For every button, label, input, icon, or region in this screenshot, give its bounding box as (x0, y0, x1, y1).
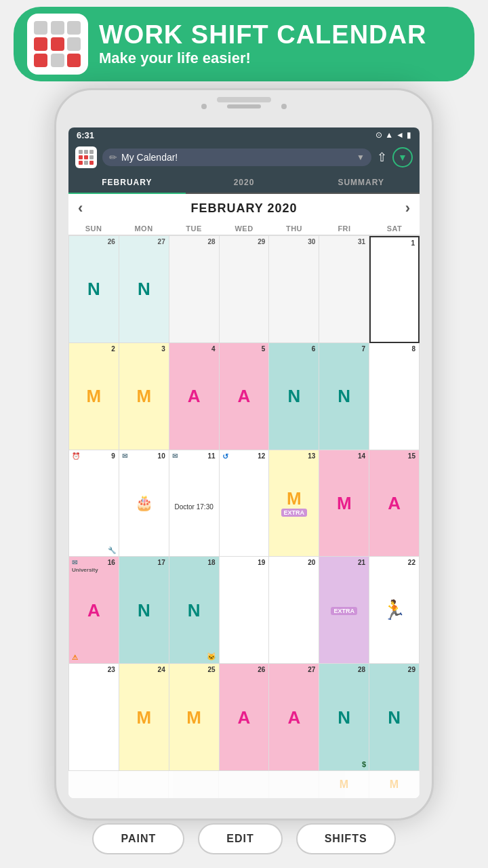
next-month-button[interactable]: › (405, 199, 410, 217)
silent-button (54, 270, 56, 307)
cal-cell-31-prev[interactable]: 31 (319, 236, 369, 343)
cal-cell-17[interactable]: 17N (119, 557, 169, 664)
share-icon[interactable]: ⇧ (377, 150, 387, 165)
cal-cell-20[interactable]: 20 (269, 557, 319, 664)
tab-february[interactable]: FEBRUARY (68, 172, 186, 194)
prev-month-button[interactable]: ‹ (78, 199, 83, 217)
cal-cell-12[interactable]: 12↺ (220, 450, 270, 557)
ghost-cell (269, 771, 319, 798)
paint-button[interactable]: PAINT (92, 823, 184, 854)
ghost-cell (169, 771, 219, 798)
cal-cell-7[interactable]: 7N (319, 343, 369, 450)
expand-icon[interactable]: ▼ (392, 147, 413, 167)
cal-cell-29-prev[interactable]: 29 (220, 236, 270, 343)
ghost-cell (219, 771, 269, 798)
cal-cell-26[interactable]: 26A (220, 664, 270, 771)
month-header: ‹ FEBRUARY 2020 › (68, 194, 420, 222)
tab-summary[interactable]: SUMMARY (302, 172, 420, 193)
day-header-fri: FRI (319, 222, 369, 235)
app-banner: WORK SHIFT CALENDAR Make your life easie… (14, 7, 474, 81)
mail-icon: ✉ (122, 452, 127, 460)
ghost-cell (68, 771, 119, 798)
shift-letter: N (338, 387, 350, 405)
extra-badge: EXTRA (281, 509, 308, 517)
status-icons: ⊙ ▲ ◄ ▮ (375, 130, 411, 140)
cal-cell-2[interactable]: 2M (69, 343, 119, 450)
banner-text: WORK SHIFT CALENDAR Make your life easie… (99, 21, 426, 67)
cal-cell-21[interactable]: 21EXTRA (319, 557, 369, 664)
edit-icon: ✏ (109, 152, 117, 163)
app-logo (75, 146, 97, 168)
extra-badge: EXTRA (331, 607, 357, 615)
cat-icon: 🐱 (207, 652, 216, 661)
ghost-cell: M (319, 771, 369, 798)
cal-cell-30-prev[interactable]: 30 (269, 236, 319, 343)
cal-cell-11[interactable]: 11✉Doctor 17:30 (169, 450, 220, 557)
cal-cell-19[interactable]: 19 (220, 557, 270, 664)
cal-cell-22[interactable]: 22🏃 (369, 557, 420, 664)
phone-speaker (217, 97, 271, 102)
shift-letter: 🏃 (382, 601, 406, 620)
cal-cell-9[interactable]: 9⏰🔧 (69, 450, 119, 557)
phone-frame: 6:31 ⊙ ▲ ◄ ▮ ✏ My Calendar! ▼ (54, 88, 434, 821)
cal-cell-27-prev[interactable]: 27N (119, 236, 169, 343)
cal-cell-15[interactable]: 15A (369, 450, 420, 557)
cal-cell-25[interactable]: 25M (169, 664, 220, 771)
volume-up-button (54, 192, 56, 216)
banner-subtitle: Make your life easier! (99, 50, 426, 67)
mail-icon: ✉ (172, 452, 178, 460)
refresh-icon: ↺ (222, 452, 266, 553)
cal-cell-28-prev[interactable]: 28 (169, 236, 220, 343)
cal-cell-16[interactable]: 16✉University⚠A (69, 557, 119, 664)
cal-cell-1[interactable]: 1 (369, 236, 420, 343)
status-bar: 6:31 ⊙ ▲ ◄ ▮ (68, 127, 420, 142)
day-headers: SUN MON TUE WED THU FRI SAT (68, 222, 420, 235)
cal-cell-27[interactable]: 27A (269, 664, 319, 771)
ghost-cell (119, 771, 169, 798)
shift-letter: M (287, 490, 302, 507)
tools-icon: 🔧 (108, 547, 116, 554)
cal-cell-5[interactable]: 5A (220, 343, 270, 450)
calendar-name: My Calendar! (121, 152, 352, 163)
bottom-buttons: PAINT EDIT SHIFTS (14, 823, 474, 854)
shifts-button[interactable]: SHIFTS (296, 823, 396, 854)
phone-screen: 6:31 ⊙ ▲ ◄ ▮ ✏ My Calendar! ▼ (68, 127, 420, 798)
shift-letter: A (87, 601, 100, 619)
shift-letter: A (188, 387, 201, 405)
day-header-thu: THU (269, 222, 319, 235)
day-header-mon: MON (119, 222, 169, 235)
shift-letter: A (388, 494, 401, 512)
cal-cell-10[interactable]: 10✉🎂 (119, 450, 169, 557)
shift-letter: N (87, 280, 100, 298)
cal-cell-13[interactable]: 13MEXTRA (269, 450, 319, 557)
notification-icon: ⊙ (375, 130, 382, 140)
tab-2020[interactable]: 2020 (186, 172, 303, 193)
shift-letter: N (138, 601, 150, 619)
shift-letter: A (238, 709, 251, 726)
cal-cell-24[interactable]: 24M (119, 664, 169, 771)
shift-letter: M (136, 387, 151, 405)
event-text: Doctor 17:30 (175, 502, 214, 511)
cal-cell-3[interactable]: 3M (119, 343, 169, 450)
tabs-bar: FEBRUARY 2020 SUMMARY (68, 172, 420, 194)
shift-letter: N (188, 601, 201, 619)
shift-letter: N (388, 709, 401, 726)
cal-cell-4[interactable]: 4A (169, 343, 220, 450)
shift-letter: M (186, 709, 201, 726)
cal-cell-26-prev[interactable]: 26N (69, 236, 119, 343)
cal-cell-14[interactable]: 14M (319, 450, 369, 557)
cal-cell-6[interactable]: 6N (269, 343, 319, 450)
note-label: University (72, 568, 98, 574)
cal-cell-23[interactable]: 23 (69, 664, 119, 771)
banner-logo (27, 14, 88, 75)
cal-cell-8[interactable]: 8 (369, 343, 420, 450)
cal-cell-28[interactable]: 28$N (319, 664, 369, 771)
volume-down-button (54, 226, 56, 263)
day-header-wed: WED (219, 222, 269, 235)
calendar-selector[interactable]: ✏ My Calendar! ▼ (102, 149, 371, 166)
cal-cell-29[interactable]: 29N (369, 664, 420, 771)
shift-letter: M (87, 387, 102, 405)
cal-cell-18[interactable]: 18N🐱 (169, 557, 220, 664)
month-title: FEBRUARY 2020 (190, 201, 297, 216)
edit-button[interactable]: EDIT (198, 823, 282, 854)
